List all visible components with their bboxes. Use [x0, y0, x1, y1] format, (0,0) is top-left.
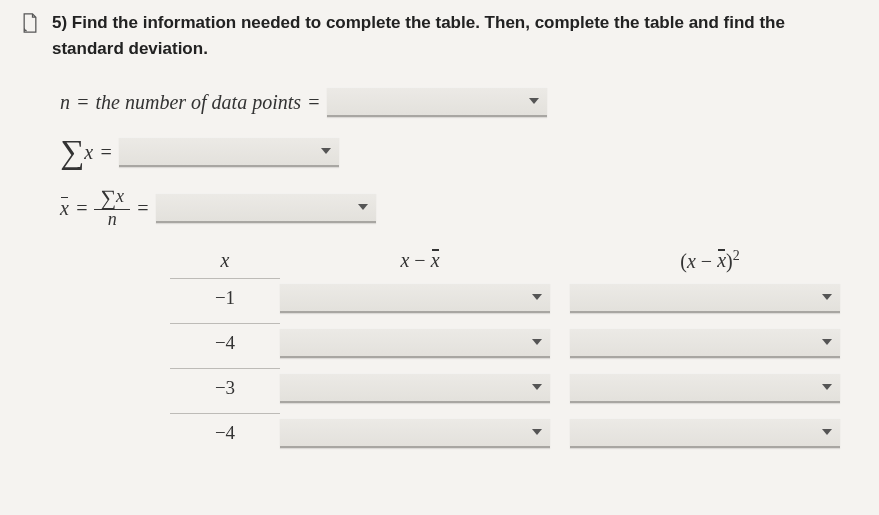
- cell-sq: [570, 418, 850, 448]
- chevron-down-icon: [529, 98, 539, 104]
- cell-sq: [570, 373, 850, 403]
- line-mean: x = ∑x n =: [60, 187, 859, 230]
- cell-diff: [280, 283, 560, 313]
- n-symbol: n: [60, 91, 70, 114]
- table-header-row: x x − x (x − x)2: [170, 248, 859, 273]
- sq-r: x: [717, 249, 726, 272]
- n-dropdown[interactable]: [327, 87, 547, 117]
- xbar-symbol: x: [60, 197, 69, 220]
- fraction-numerator: ∑x: [94, 187, 130, 210]
- chevron-down-icon: [822, 339, 832, 345]
- col-header-sq: (x − x)2: [570, 248, 850, 273]
- diff-dropdown[interactable]: [280, 373, 550, 403]
- line-sumx: ∑ x =: [60, 135, 859, 169]
- equals-2: =: [307, 91, 321, 114]
- sq-dropdown[interactable]: [570, 373, 840, 403]
- equals-4: =: [75, 197, 89, 220]
- sq-dropdown[interactable]: [570, 328, 840, 358]
- table-row: −1: [170, 278, 859, 317]
- n-desc: the number of data points: [96, 91, 302, 114]
- mean-dropdown[interactable]: [156, 193, 376, 223]
- diff-dropdown[interactable]: [280, 283, 550, 313]
- sigma-icon: ∑: [60, 135, 84, 169]
- equals-5: =: [136, 197, 150, 220]
- table-row: −3: [170, 368, 859, 407]
- chevron-down-icon: [321, 148, 331, 154]
- col-header-x: x: [170, 249, 280, 272]
- chevron-down-icon: [532, 384, 542, 390]
- diff-dropdown[interactable]: [280, 418, 550, 448]
- question-body: Find the information needed to complete …: [52, 13, 785, 58]
- table-row: −4: [170, 323, 859, 362]
- diff-r: x: [431, 249, 440, 272]
- sq-dropdown[interactable]: [570, 418, 840, 448]
- cell-x: −1: [170, 278, 280, 317]
- cell-sq: [570, 328, 850, 358]
- fraction-denominator: n: [102, 210, 123, 230]
- col-header-diff: x − x: [280, 249, 560, 272]
- cell-diff: [280, 418, 560, 448]
- chevron-down-icon: [532, 294, 542, 300]
- chevron-down-icon: [358, 204, 368, 210]
- fraction-sumx-n: ∑x n: [94, 187, 130, 230]
- cell-x: −3: [170, 368, 280, 407]
- sq-l: x: [687, 249, 696, 271]
- cell-diff: [280, 373, 560, 403]
- cell-x: −4: [170, 413, 280, 452]
- chevron-down-icon: [822, 384, 832, 390]
- chevron-down-icon: [532, 429, 542, 435]
- equals-1: =: [76, 91, 90, 114]
- table-row: −4: [170, 413, 859, 452]
- cell-diff: [280, 328, 560, 358]
- deviation-table: x x − x (x − x)2 −1 −4 −3: [170, 248, 859, 453]
- page-icon: [20, 12, 40, 38]
- sq-dropdown[interactable]: [570, 283, 840, 313]
- chevron-down-icon: [822, 294, 832, 300]
- question-number: 5): [52, 13, 67, 32]
- diff-l: x: [400, 249, 409, 271]
- cell-sq: [570, 283, 850, 313]
- question-header: 5) Find the information needed to comple…: [20, 10, 859, 61]
- sumx-dropdown[interactable]: [119, 137, 339, 167]
- equals-3: =: [99, 141, 113, 164]
- cell-x: −4: [170, 323, 280, 362]
- question-text: 5) Find the information needed to comple…: [52, 10, 859, 61]
- chevron-down-icon: [532, 339, 542, 345]
- line-n: n = the number of data points =: [60, 87, 859, 117]
- sumx-x: x: [84, 141, 93, 164]
- chevron-down-icon: [822, 429, 832, 435]
- diff-dropdown[interactable]: [280, 328, 550, 358]
